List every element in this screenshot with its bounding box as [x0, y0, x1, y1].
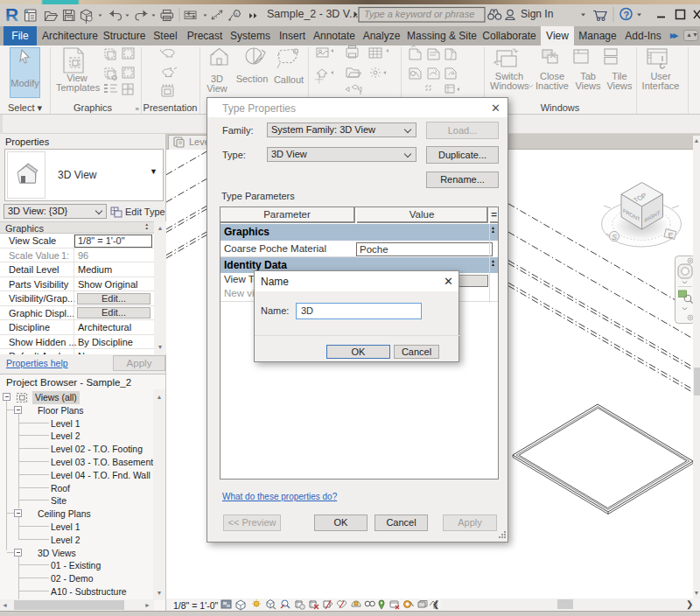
- svg-text:Sign In: Sign In: [521, 8, 553, 20]
- svg-text:R: R: [5, 4, 18, 24]
- svg-text:Type a keyword or phrase: Type a keyword or phrase: [364, 9, 474, 19]
- svg-text:E: E: [668, 231, 674, 240]
- svg-text:?: ?: [624, 10, 630, 20]
- svg-text:Sample_2 - 3D V...: Sample_2 - 3D V...: [267, 8, 358, 20]
- svg-text:S: S: [612, 233, 617, 242]
